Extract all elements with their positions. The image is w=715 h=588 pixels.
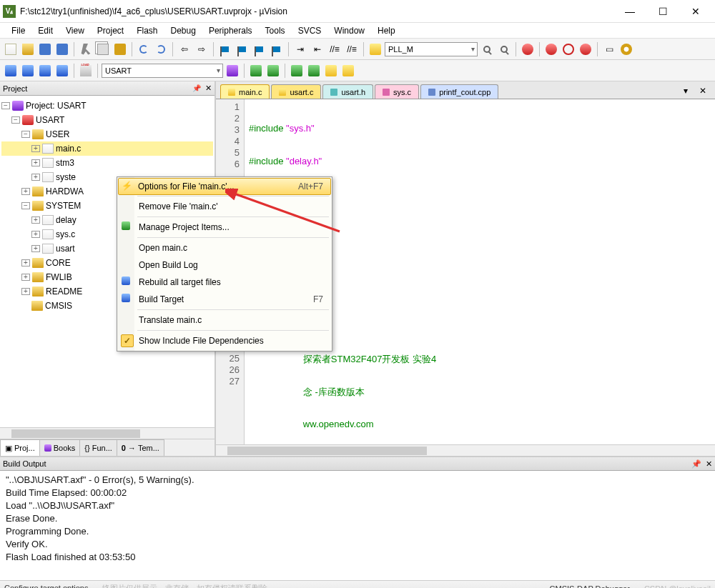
tree-group[interactable]: CORE bbox=[46, 258, 71, 268]
tree-toggle[interactable]: − bbox=[11, 116, 20, 124]
cut-button[interactable] bbox=[78, 41, 94, 57]
menu-svcs[interactable]: SVCS bbox=[292, 24, 327, 37]
tree-toggle[interactable]: + bbox=[31, 174, 40, 181]
tree-file[interactable]: main.c bbox=[56, 144, 81, 154]
tab-main-c[interactable]: main.c bbox=[220, 84, 270, 99]
tab-books[interactable]: Books bbox=[39, 439, 81, 456]
tab-printf-cpp[interactable]: printf_cout.cpp bbox=[420, 84, 498, 99]
paste-button[interactable] bbox=[112, 41, 128, 57]
pack-button[interactable] bbox=[289, 63, 305, 79]
tree-toggle[interactable]: + bbox=[31, 231, 40, 238]
tree-file[interactable]: delay bbox=[56, 215, 77, 225]
menu-view[interactable]: View bbox=[60, 24, 90, 37]
ctx-translate[interactable]: Translate main.c bbox=[119, 312, 330, 329]
tab-project[interactable]: ▣ Proj... bbox=[0, 439, 40, 456]
redo-button[interactable] bbox=[153, 41, 169, 57]
menu-project[interactable]: Project bbox=[92, 24, 129, 37]
manage-rte-button[interactable] bbox=[265, 63, 281, 79]
tree-toggle[interactable]: + bbox=[21, 274, 30, 281]
breakpoint-kill-button[interactable] bbox=[578, 41, 593, 57]
ctx-rebuild-all[interactable]: Rebuild all target files bbox=[119, 274, 330, 291]
tree-toggle[interactable]: + bbox=[31, 159, 40, 166]
tree-toggle[interactable]: + bbox=[31, 145, 40, 152]
pack-4-button[interactable] bbox=[340, 63, 356, 79]
tab-sys-c[interactable]: sys.c bbox=[375, 84, 419, 99]
ctx-manage-project-items[interactable]: Manage Project Items... bbox=[119, 219, 330, 236]
tree-file[interactable]: syste bbox=[56, 172, 76, 182]
translate-button[interactable] bbox=[3, 63, 19, 79]
comment-button[interactable]: //≡ bbox=[327, 41, 342, 57]
menu-tools[interactable]: Tools bbox=[260, 24, 291, 37]
panel-close-icon[interactable]: ✕ bbox=[706, 459, 712, 469]
tree-toggle[interactable]: + bbox=[21, 288, 30, 295]
pin-icon[interactable]: 📌 bbox=[691, 459, 701, 469]
tab-usart-h[interactable]: usart.h bbox=[322, 84, 373, 99]
menu-window[interactable]: Window bbox=[328, 24, 370, 37]
tree-group[interactable]: CMSIS bbox=[45, 301, 72, 311]
tree-group[interactable]: README bbox=[46, 286, 82, 297]
tree-target[interactable]: USART bbox=[36, 115, 64, 125]
tree-toggle[interactable]: − bbox=[1, 102, 10, 109]
close-button[interactable]: ✕ bbox=[679, 1, 712, 21]
target-options-button[interactable] bbox=[225, 63, 240, 79]
pack-installer-button[interactable] bbox=[306, 63, 322, 79]
ctx-remove-file[interactable]: Remove File 'main.c' bbox=[119, 198, 330, 215]
tree-toggle[interactable]: + bbox=[31, 216, 40, 224]
tree-file[interactable]: usart bbox=[56, 244, 75, 254]
maximize-button[interactable]: ☐ bbox=[646, 1, 679, 21]
rebuild-button[interactable] bbox=[37, 63, 53, 79]
menu-flash[interactable]: Flash bbox=[131, 24, 163, 37]
menu-file[interactable]: File bbox=[6, 24, 31, 37]
build-output-body[interactable]: "..\OBJ\USART.axf" - 0 Error(s), 5 Warni… bbox=[0, 470, 715, 580]
tree-toggle[interactable]: − bbox=[21, 131, 30, 138]
bookmark-clear-button[interactable] bbox=[269, 41, 285, 57]
ctx-open-build-log[interactable]: Open Build Log bbox=[119, 256, 330, 274]
open-file-button[interactable] bbox=[20, 41, 36, 57]
outdent-button[interactable]: ⇤ bbox=[310, 41, 325, 57]
indent-button[interactable]: ⇥ bbox=[292, 41, 308, 57]
tree-group[interactable]: SYSTEM bbox=[46, 201, 81, 211]
editor-menu-button[interactable]: ▾ bbox=[678, 83, 694, 99]
tree-file[interactable]: sys.c bbox=[56, 229, 75, 239]
bookmark-next-button[interactable] bbox=[252, 41, 267, 57]
menu-help[interactable]: Help bbox=[372, 24, 401, 37]
breakpoint-disable-button[interactable] bbox=[561, 41, 576, 57]
config-button[interactable] bbox=[618, 41, 634, 57]
pin-icon[interactable]: 📌 bbox=[192, 84, 201, 92]
tree-toggle[interactable]: + bbox=[31, 245, 40, 252]
tree-group[interactable]: USER bbox=[46, 129, 69, 139]
tree-group[interactable]: FWLIB bbox=[46, 272, 72, 282]
batch-build-button[interactable] bbox=[54, 63, 70, 79]
ctx-open-file[interactable]: Open main.c bbox=[119, 239, 330, 256]
tab-functions[interactable]: {} Fun... bbox=[79, 439, 117, 456]
menu-debug[interactable]: Debug bbox=[165, 24, 202, 37]
debug-button[interactable] bbox=[520, 41, 536, 57]
save-button[interactable] bbox=[37, 41, 53, 57]
tree-toggle[interactable]: + bbox=[21, 188, 30, 195]
ctx-options-for-file[interactable]: ⚡ Options for File 'main.c'... Alt+F7 bbox=[118, 178, 331, 195]
find-button[interactable] bbox=[368, 41, 383, 57]
undo-button[interactable] bbox=[136, 41, 152, 57]
tab-usart-c[interactable]: usart.c bbox=[271, 84, 321, 99]
tab-templates[interactable]: 0→Tem... bbox=[117, 439, 164, 456]
ctx-build-target[interactable]: Build Target F7 bbox=[119, 291, 330, 308]
download-button[interactable] bbox=[78, 63, 94, 79]
editor-hscroll[interactable] bbox=[216, 444, 715, 456]
tree-toggle[interactable]: − bbox=[21, 202, 30, 209]
minimize-button[interactable]: — bbox=[613, 1, 646, 21]
nav-fwd-button[interactable]: ⇨ bbox=[194, 41, 209, 57]
menu-edit[interactable]: Edit bbox=[32, 24, 59, 37]
uncomment-button[interactable]: //≡ bbox=[344, 41, 360, 57]
tree-root[interactable]: Project: USART bbox=[26, 101, 86, 111]
manage-button[interactable] bbox=[248, 63, 264, 79]
ctx-show-include-deps[interactable]: ✓ Show Include File Dependencies bbox=[119, 332, 330, 349]
bookmark-prev-button[interactable] bbox=[235, 41, 250, 57]
bookmark-button[interactable] bbox=[217, 41, 233, 57]
find-in-files-button[interactable] bbox=[496, 41, 512, 57]
project-hscroll[interactable] bbox=[0, 427, 214, 439]
menu-peripherals[interactable]: Peripherals bbox=[203, 24, 258, 37]
find-combo[interactable]: PLL_M bbox=[385, 42, 478, 56]
breakpoint-insert-button[interactable] bbox=[543, 41, 559, 57]
tree-toggle[interactable]: + bbox=[21, 259, 30, 266]
copy-button[interactable] bbox=[95, 41, 111, 57]
